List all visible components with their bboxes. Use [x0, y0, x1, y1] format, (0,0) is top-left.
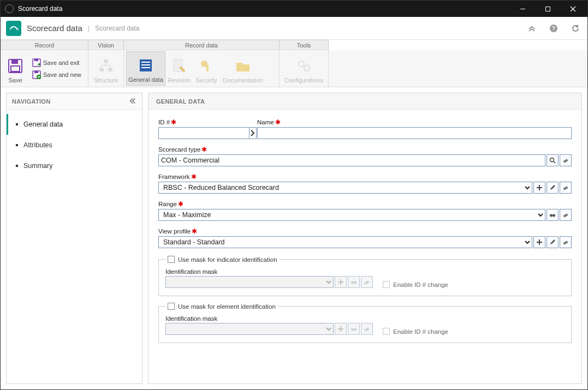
enable-id-change-indicator-checkbox: [383, 281, 390, 288]
revision-icon: [170, 57, 188, 75]
framework-add-button[interactable]: [533, 182, 545, 194]
ribbon-tab-tools[interactable]: Tools: [280, 40, 329, 50]
configurations-button[interactable]: Configurations: [282, 51, 326, 86]
window-close-button[interactable]: [560, 1, 585, 17]
field-view-profile: View profile✱ Standard - Standard: [158, 227, 572, 248]
binoculars-icon: [549, 212, 556, 218]
content-heading: GENERAL DATA: [149, 93, 581, 110]
eraser-icon: [562, 157, 569, 164]
svg-point-28: [299, 61, 304, 67]
binoculars-icon: [351, 326, 357, 332]
range-view-button[interactable]: [547, 209, 559, 221]
view-profile-edit-button[interactable]: [547, 236, 559, 248]
identification-mask-indicator-select: [165, 276, 334, 288]
navigation-panel: NAVIGATION General data Attributes Summa…: [6, 93, 142, 384]
svg-point-44: [351, 281, 354, 284]
eraser-icon: [562, 212, 569, 218]
pencil-icon: [549, 239, 556, 245]
enable-id-change-element-checkbox: [383, 328, 390, 335]
svg-point-36: [550, 214, 553, 217]
svg-rect-10: [11, 66, 20, 71]
mask-indicator-view-button: [348, 276, 360, 288]
key-icon: [198, 57, 215, 75]
search-icon: [549, 157, 556, 164]
app-icon: [6, 21, 21, 36]
gears-icon: [295, 57, 313, 75]
field-framework: Framework✱ RBSC - Reduced Balanced Score…: [158, 173, 572, 194]
view-profile-select[interactable]: Standard - Standard: [158, 236, 532, 248]
id-generate-button[interactable]: [250, 127, 257, 139]
header: Scorecard data | Scorecard data ?: [1, 17, 587, 40]
view-profile-clear-button[interactable]: [560, 236, 572, 248]
range-clear-button[interactable]: [560, 209, 572, 221]
security-button[interactable]: Security: [193, 51, 220, 86]
refresh-button[interactable]: [569, 22, 582, 35]
floppy-new-icon: [32, 70, 41, 79]
svg-point-37: [553, 214, 555, 217]
field-scorecard-type: Scorecard type✱: [158, 146, 572, 166]
nav-item-attributes[interactable]: Attributes: [7, 135, 142, 155]
framework-edit-button[interactable]: [547, 182, 559, 194]
name-input[interactable]: [257, 127, 572, 139]
mask-element-clear-button: [361, 323, 373, 335]
id-input[interactable]: [158, 127, 250, 139]
ribbon-group-record-data: General data Revision Security Documenta…: [124, 50, 280, 87]
svg-rect-19: [99, 68, 104, 71]
ribbon-group-vision: Structure: [88, 50, 124, 87]
revision-button[interactable]: Revision: [165, 51, 193, 86]
range-select[interactable]: Max - Maximize: [158, 209, 545, 221]
svg-rect-25: [174, 59, 182, 71]
collapse-ribbon-button[interactable]: [525, 22, 538, 35]
structure-button[interactable]: Structure: [91, 51, 121, 86]
svg-rect-22: [141, 62, 150, 63]
ribbon-tab-vision[interactable]: Vision: [88, 40, 124, 50]
save-and-exit-button[interactable]: Save and exit: [30, 57, 84, 68]
mask-indicator-checkbox[interactable]: [168, 256, 175, 263]
mask-element-checkbox[interactable]: [168, 303, 175, 310]
ribbon: Save Save and exit Save and new Structur…: [1, 50, 587, 87]
bullet-icon: [16, 144, 18, 146]
label-name: Name✱: [257, 118, 572, 126]
nav-collapse-button[interactable]: [129, 97, 136, 106]
window-title: Scorecard data: [18, 5, 510, 13]
breadcrumb-separator: |: [88, 24, 90, 32]
window-minimize-button[interactable]: [510, 1, 535, 17]
svg-rect-18: [104, 59, 108, 63]
documentation-button[interactable]: Documentation: [220, 51, 266, 86]
plus-icon: [536, 239, 543, 245]
plus-icon: [337, 279, 344, 285]
view-profile-add-button[interactable]: [533, 236, 545, 248]
save-and-new-button[interactable]: Save and new: [30, 69, 84, 80]
label-identification-mask: Identification mask: [165, 268, 373, 275]
scorecard-type-clear-button[interactable]: [560, 154, 572, 166]
fieldset-mask-element: Use mask for element identification Iden…: [158, 303, 572, 343]
scorecard-type-input[interactable]: [158, 154, 545, 166]
svg-rect-23: [141, 64, 150, 65]
framework-select[interactable]: RBSC - Reduced Balanced Scorecard: [158, 182, 532, 194]
ribbon-tab-record-data[interactable]: Record data: [124, 40, 280, 50]
svg-rect-38: [563, 213, 568, 217]
ribbon-tab-record[interactable]: Record: [1, 40, 88, 50]
titlebar: Scorecard data: [1, 1, 587, 17]
label-scorecard-type: Scorecard type✱: [158, 146, 572, 153]
navigation-list: General data Attributes Summary: [7, 110, 142, 383]
framework-clear-button[interactable]: [560, 182, 572, 194]
svg-point-30: [550, 158, 554, 162]
mask-element-view-button: [348, 323, 360, 335]
floppy-icon: [7, 57, 24, 75]
nav-item-summary[interactable]: Summary: [7, 155, 142, 176]
bullet-icon: [16, 123, 18, 125]
save-button[interactable]: Save: [3, 51, 28, 86]
mask-indicator-add-button: [335, 276, 347, 288]
svg-rect-51: [365, 327, 370, 331]
label-view-profile: View profile✱: [158, 227, 572, 235]
nav-item-general-data[interactable]: General data: [7, 114, 142, 135]
window-maximize-button[interactable]: [535, 1, 560, 17]
field-range: Range✱ Max - Maximize: [158, 200, 572, 221]
general-data-tab-button[interactable]: General data: [126, 51, 165, 86]
field-id: ID #✱: [158, 118, 250, 139]
help-button[interactable]: ?: [547, 22, 560, 35]
scorecard-type-search-button[interactable]: [547, 154, 559, 166]
svg-line-31: [554, 161, 555, 163]
mask-element-legend: Use mask for element identification: [178, 303, 276, 310]
